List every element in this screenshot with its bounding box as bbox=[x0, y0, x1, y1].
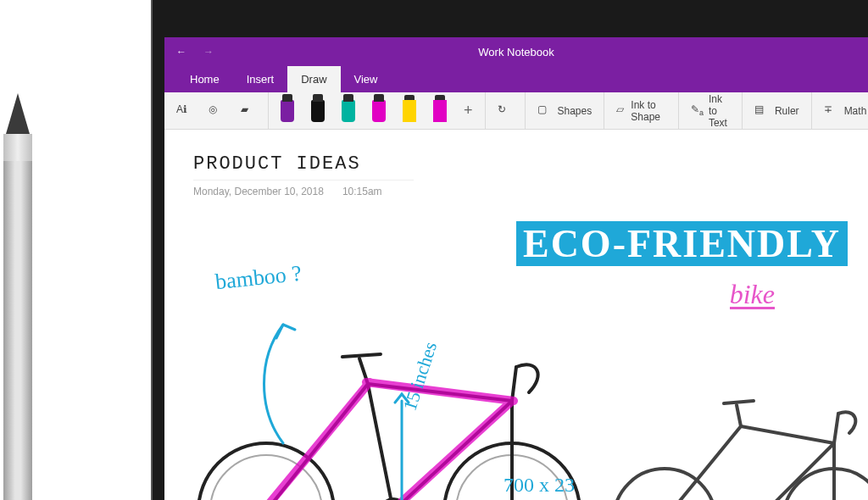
svg-line-7 bbox=[366, 382, 514, 401]
replay-icon: ↻ bbox=[498, 103, 513, 119]
ruler-icon: ▤ bbox=[754, 103, 770, 119]
sketch-bicycle-secondary bbox=[597, 333, 868, 500]
pen-magenta[interactable] bbox=[367, 97, 391, 125]
page-date: Monday, December 10, 2018 bbox=[193, 186, 324, 197]
page-time: 10:15am bbox=[342, 186, 382, 197]
nav-forward-icon[interactable]: → bbox=[203, 46, 214, 58]
tablet-frame: ← → Work Notebook Home Insert Draw View … bbox=[153, 0, 868, 500]
plus-icon: + bbox=[464, 102, 473, 119]
annotation-bike: bike bbox=[730, 279, 775, 309]
add-pen-button[interactable]: + bbox=[459, 98, 478, 123]
ruler-label: Ruler bbox=[775, 105, 799, 117]
tab-insert[interactable]: Insert bbox=[233, 66, 288, 92]
hl-magenta[interactable] bbox=[428, 97, 452, 125]
eraser-icon: ▰ bbox=[241, 103, 256, 119]
page-meta: Monday, December 10, 2018 10:15am bbox=[193, 180, 414, 197]
ink-to-text-icon: ✎a bbox=[691, 103, 704, 119]
text-cursor-icon: Aℹ bbox=[176, 103, 192, 119]
stylus-pen bbox=[0, 93, 36, 500]
sketch-bicycle-main bbox=[173, 274, 614, 500]
annotation-tire: 700 x 23 bbox=[504, 474, 575, 497]
tab-draw[interactable]: Draw bbox=[287, 66, 340, 92]
shapes-label: Shapes bbox=[558, 105, 593, 117]
page-title[interactable]: PRODUCT IDEAS bbox=[193, 153, 839, 175]
pen-purple[interactable] bbox=[275, 97, 299, 125]
svg-point-12 bbox=[783, 469, 868, 500]
ruler-button[interactable]: ▤ Ruler bbox=[749, 100, 804, 122]
text-mode-button[interactable]: Aℹ bbox=[171, 100, 197, 122]
ribbon-toolbar: Aℹ ◎ ▰ + ↻ ▢ bbox=[164, 92, 868, 130]
nav-back-icon[interactable]: ← bbox=[176, 46, 186, 58]
shapes-icon: ▢ bbox=[537, 103, 553, 119]
annotation-eco: ECO-FRIENDLY bbox=[516, 221, 848, 261]
note-canvas[interactable]: PRODUCT IDEAS Monday, December 10, 2018 … bbox=[164, 130, 868, 500]
title-bar: ← → Work Notebook bbox=[164, 37, 868, 66]
math-icon: ∓ bbox=[824, 103, 839, 119]
notebook-title: Work Notebook bbox=[478, 46, 554, 58]
ink-replay-button[interactable]: ↻ bbox=[492, 100, 518, 122]
ink-to-text-label: Ink to Text bbox=[709, 93, 730, 129]
ink-to-text-button[interactable]: ✎a Ink to Text bbox=[686, 90, 735, 132]
ink-to-shape-button[interactable]: ▱ Ink to Shape bbox=[611, 96, 671, 126]
math-button[interactable]: ∓ Math bbox=[819, 100, 868, 122]
pen-teal[interactable] bbox=[337, 97, 360, 125]
pen-black[interactable] bbox=[306, 97, 330, 125]
ink-to-shape-label: Ink to Shape bbox=[631, 99, 666, 123]
tab-view[interactable]: View bbox=[341, 66, 392, 92]
hl-yellow[interactable] bbox=[398, 97, 421, 125]
math-label: Math bbox=[844, 105, 867, 117]
lasso-icon: ◎ bbox=[209, 103, 224, 119]
shapes-button[interactable]: ▢ Shapes bbox=[532, 100, 598, 122]
ink-to-shape-icon: ▱ bbox=[616, 103, 626, 119]
ribbon-tab-bar: Home Insert Draw View bbox=[164, 66, 868, 92]
pen-gallery: + bbox=[269, 92, 486, 129]
lasso-select-button[interactable]: ◎ bbox=[203, 100, 229, 122]
eraser-button[interactable]: ▰ bbox=[236, 100, 261, 122]
tab-home[interactable]: Home bbox=[176, 66, 233, 92]
